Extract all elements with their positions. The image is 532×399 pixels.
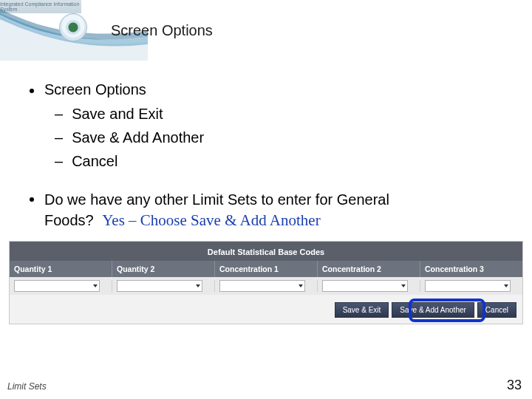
cancel-button[interactable]: Cancel — [477, 302, 516, 318]
footer-label: Limit Sets — [7, 381, 47, 392]
col-header: Concentration 2 — [318, 261, 420, 277]
chevron-down-icon — [196, 284, 200, 287]
bullet-sub-text: Save and Exit — [72, 103, 163, 125]
bullet-sub: – Save & Add Another — [55, 126, 502, 149]
slide-title: Screen Options — [111, 22, 213, 39]
dash-icon: – — [55, 126, 63, 149]
save-add-another-button[interactable]: Save & Add Another — [392, 302, 474, 318]
bullet-sub: – Cancel — [55, 150, 502, 172]
bullet-sub-text: Save & Add Another — [72, 126, 204, 149]
bullet-dot-icon — [30, 197, 34, 202]
page-number: 33 — [507, 378, 522, 393]
concentration3-select[interactable] — [425, 280, 511, 292]
button-bar: Save & Exit Save & Add Another Cancel — [10, 295, 522, 324]
answer-text: Yes – Choose Save & Add Another — [102, 211, 320, 229]
chevron-down-icon — [504, 284, 508, 287]
col-header: Concentration 3 — [420, 261, 522, 277]
save-exit-button[interactable]: Save & Exit — [335, 302, 389, 318]
chevron-down-icon — [93, 284, 98, 287]
table-title: Default Statistical Base Codes — [208, 248, 324, 256]
chevron-down-icon — [401, 284, 406, 287]
concentration1-select[interactable] — [219, 280, 305, 292]
table-title-row: Default Statistical Base Codes — [10, 242, 522, 261]
bullet-main: Screen Options — [30, 81, 502, 98]
bullet-dot-icon — [30, 89, 34, 93]
table-header-row: Quantity 1 Quantity 2 Concentration 1 Co… — [10, 261, 522, 277]
quantity1-select[interactable] — [14, 280, 100, 292]
col-header: Quantity 1 — [10, 261, 112, 277]
dash-icon: – — [55, 150, 63, 172]
content-area: Screen Options – Save and Exit – Save & … — [0, 59, 532, 231]
epa-seal-icon — [59, 13, 87, 41]
question-line2: Foods? — [44, 212, 94, 228]
bullet-sub-text: Cancel — [72, 150, 117, 172]
col-header: Quantity 2 — [112, 261, 215, 277]
bullet-main-text: Screen Options — [44, 81, 146, 98]
quantity2-select[interactable] — [117, 280, 202, 292]
question-line1: Do we have any other Limit Sets to enter… — [44, 191, 389, 208]
question-text: Do we have any other Limit Sets to enter… — [44, 190, 389, 231]
table-input-row — [10, 277, 522, 295]
chevron-down-icon — [299, 284, 303, 287]
col-header: Concentration 1 — [215, 261, 318, 277]
question-block: Do we have any other Limit Sets to enter… — [30, 190, 502, 231]
slide-header: Integrated Compliance Information System… — [0, 0, 532, 59]
concentration2-select[interactable] — [322, 280, 408, 292]
bullet-sub: – Save and Exit — [55, 103, 502, 125]
codes-table: Default Statistical Base Codes Quantity … — [9, 241, 523, 324]
dash-icon: – — [55, 103, 63, 125]
